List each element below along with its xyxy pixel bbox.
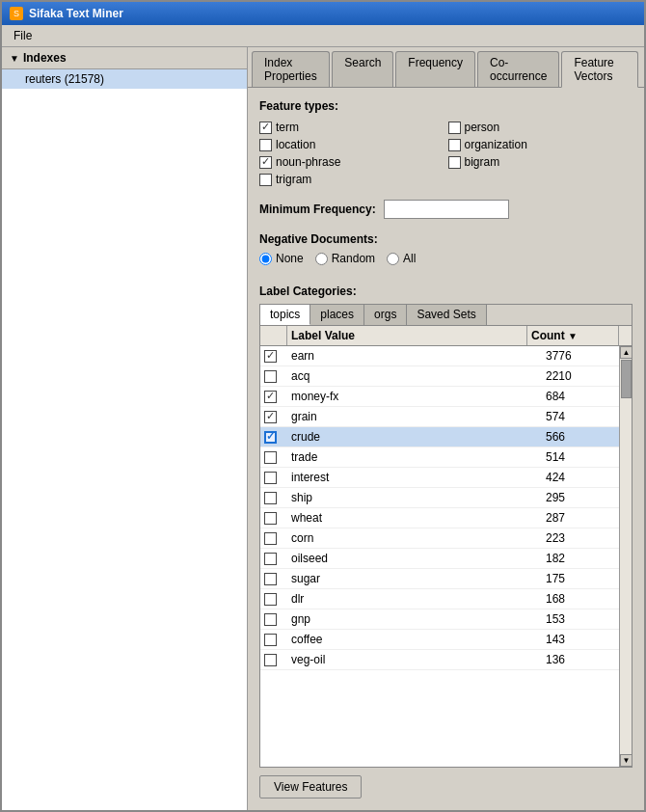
- feature-person-row: person: [448, 121, 633, 134]
- negative-docs-random-radio[interactable]: [315, 253, 328, 265]
- feature-trigram-checkbox[interactable]: [259, 174, 272, 186]
- feature-noun-phrase-row: noun-phrase: [259, 155, 444, 169]
- table-col-count: Count ▼: [527, 326, 605, 345]
- tab-index-properties[interactable]: Index Properties: [252, 51, 330, 87]
- menu-bar: File: [2, 25, 644, 47]
- row-acq-checkbox[interactable]: [264, 370, 277, 383]
- feature-organization-checkbox[interactable]: [448, 139, 461, 151]
- row-trade-count: 514: [542, 447, 619, 467]
- row-earn-checkbox[interactable]: [264, 350, 277, 363]
- label-tab-orgs[interactable]: orgs: [364, 305, 407, 325]
- feature-person-checkbox[interactable]: [448, 122, 461, 134]
- row-grain-label: grain: [287, 407, 542, 426]
- row-oilseed-label: oilseed: [287, 549, 542, 568]
- row-veg-oil-label: veg-oil: [287, 650, 542, 669]
- feature-location-checkbox[interactable]: [259, 139, 272, 151]
- row-dlr-checkbox[interactable]: [264, 593, 277, 606]
- window-title: Sifaka Text Miner: [29, 7, 123, 20]
- sidebar-item-reuters[interactable]: reuters (21578): [2, 69, 247, 89]
- table-row: earn 3776: [260, 346, 619, 366]
- negative-docs-none-radio[interactable]: [259, 253, 272, 265]
- main-content: ▼ Indexes reuters (21578) Index Properti…: [2, 47, 644, 810]
- scrollbar[interactable]: ▲ ▼: [619, 346, 632, 767]
- negative-docs-label: Negative Documents:: [259, 232, 633, 246]
- feature-noun-phrase-checkbox[interactable]: [259, 156, 272, 169]
- label-tab-places[interactable]: places: [310, 305, 364, 325]
- table-row: interest 424: [260, 468, 619, 488]
- row-trade-checkbox[interactable]: [264, 451, 277, 464]
- row-crude-cell-check: [260, 427, 287, 447]
- row-coffee-count: 143: [542, 630, 619, 649]
- row-trade-label: trade: [287, 447, 542, 467]
- row-oilseed-count: 182: [542, 549, 619, 568]
- row-veg-oil-checkbox[interactable]: [264, 654, 277, 666]
- scroll-down-btn[interactable]: ▼: [620, 754, 632, 767]
- row-sugar-checkbox[interactable]: [264, 573, 277, 585]
- label-tab-saved-sets[interactable]: Saved Sets: [407, 305, 486, 325]
- row-ship-checkbox[interactable]: [264, 492, 277, 504]
- tab-co-occurrence[interactable]: Co-occurrence: [477, 51, 559, 87]
- row-money-fx-checkbox[interactable]: [264, 391, 277, 403]
- row-wheat-cell-check: [260, 508, 287, 528]
- scroll-header-spacer: [618, 326, 632, 346]
- feature-bigram-checkbox[interactable]: [448, 156, 461, 169]
- right-panel: Index Properties Search Frequency Co-occ…: [248, 47, 644, 810]
- row-money-fx-label: money-fx: [287, 387, 542, 406]
- table-rows-area: earn 3776 acq 2210: [260, 346, 619, 767]
- row-crude-checkbox[interactable]: [264, 431, 277, 444]
- feature-term-label: term: [276, 121, 299, 134]
- row-grain-cell-check: [260, 407, 287, 426]
- negative-docs-all-radio[interactable]: [387, 253, 399, 265]
- row-money-fx-count: 684: [542, 387, 619, 406]
- app-icon: S: [10, 7, 23, 20]
- tab-bar: Index Properties Search Frequency Co-occ…: [248, 47, 644, 88]
- view-features-button[interactable]: View Features: [259, 775, 362, 798]
- row-dlr-label: dlr: [287, 589, 542, 609]
- scroll-thumb[interactable]: [621, 360, 632, 398]
- table-row: trade 514: [260, 447, 619, 468]
- row-trade-cell-check: [260, 447, 287, 467]
- file-menu[interactable]: File: [6, 27, 40, 44]
- row-gnp-cell-check: [260, 609, 287, 629]
- feature-bigram-row: bigram: [448, 155, 633, 169]
- row-corn-label: corn: [287, 528, 542, 548]
- row-oilseed-cell-check: [260, 549, 287, 568]
- row-wheat-count: 287: [542, 508, 619, 528]
- row-coffee-cell-check: [260, 630, 287, 649]
- row-acq-cell-check: [260, 366, 287, 386]
- label-tab-topics[interactable]: topics: [260, 305, 310, 325]
- row-corn-checkbox[interactable]: [264, 532, 277, 545]
- row-interest-checkbox[interactable]: [264, 472, 277, 484]
- min-frequency-input[interactable]: 10: [384, 200, 509, 219]
- sidebar: ▼ Indexes reuters (21578): [2, 47, 248, 810]
- tab-search[interactable]: Search: [332, 51, 393, 87]
- main-window: S Sifaka Text Miner File ▼ Indexes reute…: [0, 0, 646, 812]
- table-row: dlr 168: [260, 589, 619, 609]
- row-earn-label: earn: [287, 346, 542, 365]
- min-frequency-row: Minimum Frequency: 10: [259, 200, 633, 219]
- feature-trigram-row: trigram: [259, 173, 444, 186]
- row-grain-checkbox[interactable]: [264, 411, 277, 423]
- row-coffee-label: coffee: [287, 630, 542, 649]
- feature-term-checkbox[interactable]: [259, 122, 272, 134]
- row-ship-label: ship: [287, 488, 542, 507]
- scroll-up-btn[interactable]: ▲: [620, 346, 632, 359]
- feature-location-row: location: [259, 138, 444, 151]
- row-gnp-checkbox[interactable]: [264, 613, 277, 626]
- tab-frequency[interactable]: Frequency: [395, 51, 475, 87]
- row-coffee-checkbox[interactable]: [264, 634, 277, 646]
- feature-types-grid: term person location organization: [259, 121, 633, 186]
- row-wheat-label: wheat: [287, 508, 542, 528]
- tab-feature-vectors[interactable]: Feature Vectors: [561, 51, 638, 88]
- row-earn-count: 3776: [542, 346, 619, 365]
- table-with-scroll: earn 3776 acq 2210: [260, 346, 632, 767]
- row-money-fx-cell-check: [260, 387, 287, 406]
- row-wheat-checkbox[interactable]: [264, 512, 277, 525]
- table-row: sugar 175: [260, 569, 619, 589]
- table-header-row: Label Value Count ▼: [260, 326, 632, 346]
- row-oilseed-checkbox[interactable]: [264, 553, 277, 565]
- collapse-icon[interactable]: ▼: [10, 53, 19, 64]
- table-row: acq 2210: [260, 366, 619, 387]
- feature-noun-phrase-label: noun-phrase: [276, 155, 340, 169]
- row-dlr-cell-check: [260, 589, 287, 609]
